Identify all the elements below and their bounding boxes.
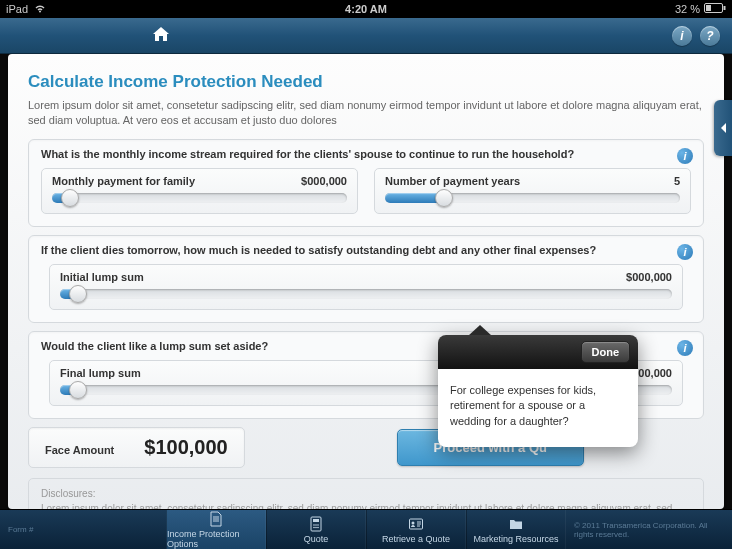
tooltip-text: For college expenses for kids, retiremen… [438, 369, 638, 447]
svg-rect-4 [313, 519, 319, 522]
side-drawer-handle[interactable] [714, 100, 732, 156]
slider-value: $000,000 [626, 271, 672, 283]
slider-thumb[interactable] [435, 189, 453, 207]
app-header: i ? [0, 18, 732, 54]
tab-label: Retrieve a Quote [382, 534, 450, 544]
slider-thumb[interactable] [61, 189, 79, 207]
clock: 4:20 AM [246, 3, 486, 15]
slider-initial-lump-sum: Initial lump sum $000,000 [49, 264, 683, 310]
panel-outstanding-debt: If the client dies tomorrow, how much is… [28, 235, 704, 323]
battery-pct: 32 % [675, 3, 700, 15]
svg-point-10 [317, 526, 319, 528]
slider-track[interactable] [385, 193, 680, 203]
slider-label: Initial lump sum [60, 271, 144, 283]
face-amount-display: Face Amount $100,000 [28, 427, 245, 468]
tab-quote[interactable]: Quote [266, 510, 366, 549]
slider-monthly-payment: Monthly payment for family $000,000 [41, 168, 358, 214]
info-icon[interactable]: i [677, 340, 693, 356]
slider-thumb[interactable] [69, 381, 87, 399]
page-title: Calculate Income Protection Needed [28, 72, 704, 92]
slider-label: Monthly payment for family [52, 175, 195, 187]
svg-point-5 [313, 524, 315, 526]
home-icon[interactable] [152, 26, 170, 46]
slider-thumb[interactable] [69, 285, 87, 303]
face-amount-label: Face Amount [45, 444, 114, 456]
svg-point-6 [315, 524, 317, 526]
document-icon [208, 511, 224, 527]
help-icon[interactable]: ? [700, 26, 720, 46]
slider-value: $000,000 [301, 175, 347, 187]
tab-income-protection[interactable]: Income Protection Options [166, 510, 266, 549]
copyright-text: © 2011 Transamerica Corporation. All rig… [566, 510, 732, 549]
battery-icon [704, 3, 726, 15]
calculator-icon [308, 516, 324, 532]
tab-label: Quote [304, 534, 329, 544]
status-bar: iPad 4:20 AM 32 % [0, 0, 732, 18]
tab-label: Marketing Resources [473, 534, 558, 544]
form-number-label: Form # [0, 510, 166, 549]
bottom-tab-bar: Form # Income Protection Options Quote R… [0, 509, 732, 549]
svg-point-7 [317, 524, 319, 526]
slider-value: 5 [674, 175, 680, 187]
folder-icon [508, 516, 524, 532]
tab-label: Income Protection Options [167, 529, 265, 549]
slider-label: Number of payment years [385, 175, 520, 187]
question-1: What is the monthly income stream requir… [41, 148, 691, 160]
slider-track[interactable] [60, 289, 672, 299]
disclosures-title: Disclosures: [41, 487, 691, 501]
done-button[interactable]: Done [581, 341, 631, 363]
device-label: iPad [6, 3, 28, 15]
tab-retrieve-quote[interactable]: Retrieve a Quote [366, 510, 466, 549]
tooltip-popover: Done For college expenses for kids, reti… [438, 335, 638, 447]
disclosures-box: Disclosures: Lorem ipsum dolor sit amet,… [28, 478, 704, 509]
slider-track[interactable] [52, 193, 347, 203]
info-icon[interactable]: i [677, 148, 693, 164]
svg-rect-2 [706, 5, 711, 11]
svg-point-8 [313, 526, 315, 528]
slider-payment-years: Number of payment years 5 [374, 168, 691, 214]
slider-label: Final lump sum [60, 367, 141, 379]
id-card-icon [408, 516, 424, 532]
svg-point-12 [412, 521, 415, 524]
info-icon[interactable]: i [672, 26, 692, 46]
tab-marketing-resources[interactable]: Marketing Resources [466, 510, 566, 549]
face-amount-value: $100,000 [144, 436, 227, 459]
svg-point-9 [315, 526, 317, 528]
info-icon[interactable]: i [677, 244, 693, 260]
page-description: Lorem ipsum dolor sit amet, consetetur s… [28, 98, 704, 129]
wifi-icon [34, 3, 46, 15]
chevron-left-icon [719, 122, 727, 134]
panel-monthly-income: What is the monthly income stream requir… [28, 139, 704, 227]
svg-rect-1 [724, 6, 726, 10]
question-2: If the client dies tomorrow, how much is… [41, 244, 691, 256]
